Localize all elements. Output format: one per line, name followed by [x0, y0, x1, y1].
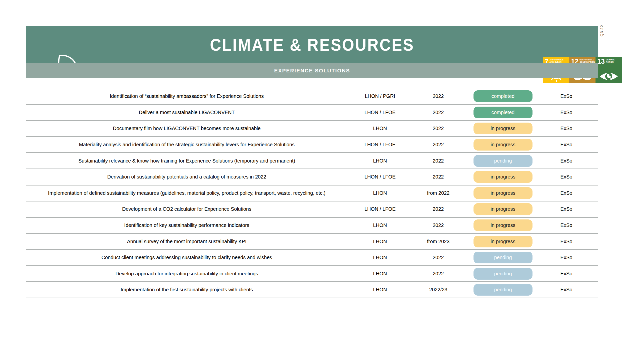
task-cell: Development of a CO2 calculator for Expe…: [26, 206, 348, 212]
task-cell: Documentary film how LIGACONVENT becomes…: [26, 126, 348, 131]
status-badge: pending: [474, 268, 532, 280]
unit-cell: ExSo: [542, 110, 598, 115]
status-cell: completed: [464, 90, 542, 102]
status-cell: in progress: [464, 123, 542, 134]
unit-cell: ExSo: [542, 142, 598, 148]
owner-cell: LHON: [348, 271, 412, 277]
unit-cell: ExSo: [542, 239, 598, 244]
unit-cell: ExSo: [542, 126, 598, 131]
status-cell: in progress: [464, 236, 542, 247]
owner-cell: LHON / PGRI: [348, 93, 412, 99]
owner-cell: LHON: [348, 287, 412, 293]
year-cell: from 2023: [412, 239, 464, 244]
year-cell: 2022: [412, 126, 464, 131]
status-badge: in progress: [474, 236, 532, 247]
task-cell: Derivation of sustainability potentials …: [26, 174, 348, 180]
status-cell: in progress: [464, 219, 542, 231]
table-row: Annual survey of the most important sust…: [26, 234, 598, 250]
unit-cell: ExSo: [542, 206, 598, 212]
eye-globe-icon: [596, 71, 622, 82]
year-cell: 2022: [412, 93, 464, 99]
year-cell: 2022: [412, 110, 464, 115]
owner-cell: LHON: [348, 255, 412, 260]
year-cell: from 2022: [412, 190, 464, 196]
owner-cell: LHON: [348, 126, 412, 131]
year-cell: 2022: [412, 142, 464, 148]
subtitle-band: EXPERIENCE SOLUTIONS: [26, 63, 598, 78]
status-badge: in progress: [474, 219, 532, 231]
task-cell: Materiality analysis and identification …: [26, 142, 348, 148]
owner-cell: LHON / LFOE: [348, 206, 412, 212]
year-cell: 2022: [412, 206, 464, 212]
sdg-13-badge: 13 CLIMATE ACTION: [596, 57, 622, 83]
owner-cell: LHON / LFOE: [348, 110, 412, 115]
task-cell: Implementation of the first sustainabili…: [26, 287, 348, 293]
task-cell: Identification of “sustainability ambass…: [26, 93, 348, 99]
unit-cell: ExSo: [542, 222, 598, 228]
year-cell: 2022/23: [412, 287, 464, 293]
status-badge: in progress: [474, 139, 532, 151]
table-row: Implementation of defined sustainability…: [26, 185, 598, 202]
status-cell: pending: [464, 284, 542, 296]
owner-cell: LHON: [348, 239, 412, 244]
table-row: Development of a CO2 calculator for Expe…: [26, 201, 598, 218]
unit-cell: ExSo: [542, 174, 598, 180]
unit-cell: ExSo: [542, 190, 598, 196]
status-cell: in progress: [464, 203, 542, 215]
year-cell: 2022: [412, 255, 464, 260]
year-cell: 2022: [412, 158, 464, 164]
table-row: Identification of key sustainability per…: [26, 218, 598, 234]
owner-cell: LHON: [348, 158, 412, 164]
page-subtitle: EXPERIENCE SOLUTIONS: [274, 68, 350, 74]
status-cell: in progress: [464, 139, 542, 151]
year-cell: 2022: [412, 222, 464, 228]
unit-cell: ExSo: [542, 287, 598, 293]
page-title: CLIMATE & RESOURCES: [210, 35, 414, 55]
table-row: Conduct client meetings addressing susta…: [26, 250, 598, 266]
status-badge: in progress: [474, 123, 532, 134]
task-cell: Sustainability relevance & know-how trai…: [26, 158, 348, 164]
sdg-13-label: CLIMATE ACTION: [606, 58, 620, 63]
status-badge: completed: [474, 90, 532, 102]
table-row: Implementation of the first sustainabili…: [26, 282, 598, 298]
status-cell: pending: [464, 268, 542, 280]
status-cell: pending: [464, 252, 542, 263]
year-cell: 2022: [412, 271, 464, 277]
owner-cell: LHON: [348, 222, 412, 228]
table-row: Documentary film how LIGACONVENT becomes…: [26, 121, 598, 137]
roadmap-table: Identification of “sustainability ambass…: [26, 89, 598, 298]
task-cell: Develop approach for integrating sustain…: [26, 271, 348, 277]
owner-cell: LHON / LFOE: [348, 174, 412, 180]
status-badge: completed: [474, 107, 532, 118]
status-cell: completed: [464, 107, 542, 118]
task-cell: Implementation of defined sustainability…: [26, 190, 348, 196]
status-cell: pending: [464, 155, 542, 167]
task-cell: Deliver a most sustainable LIGACONVENT: [26, 110, 348, 115]
status-badge: pending: [474, 155, 532, 167]
quarter-note: Q3 22: [600, 25, 604, 36]
sdg-13-number: 13: [597, 58, 605, 65]
status-cell: in progress: [464, 187, 542, 199]
owner-cell: LHON: [348, 190, 412, 196]
status-badge: pending: [474, 284, 532, 296]
unit-cell: ExSo: [542, 271, 598, 277]
status-cell: in progress: [464, 171, 542, 183]
unit-cell: ExSo: [542, 93, 598, 99]
owner-cell: LHON / LFOE: [348, 142, 412, 148]
task-cell: Identification of key sustainability per…: [26, 222, 348, 228]
status-badge: in progress: [474, 203, 532, 215]
unit-cell: ExSo: [542, 158, 598, 164]
status-badge: pending: [474, 252, 532, 263]
status-badge: in progress: [474, 171, 532, 183]
table-row: Develop approach for integrating sustain…: [26, 266, 598, 282]
table-row: Materiality analysis and identification …: [26, 137, 598, 153]
table-row: Identification of “sustainability ambass…: [26, 89, 598, 105]
table-row: Deliver a most sustainable LIGACONVENT L…: [26, 105, 598, 121]
task-cell: Conduct client meetings addressing susta…: [26, 255, 348, 260]
table-row: Derivation of sustainability potentials …: [26, 169, 598, 185]
table-row: Sustainability relevance & know-how trai…: [26, 153, 598, 169]
unit-cell: ExSo: [542, 255, 598, 260]
task-cell: Annual survey of the most important sust…: [26, 239, 348, 244]
year-cell: 2022: [412, 174, 464, 180]
status-badge: in progress: [474, 187, 532, 199]
